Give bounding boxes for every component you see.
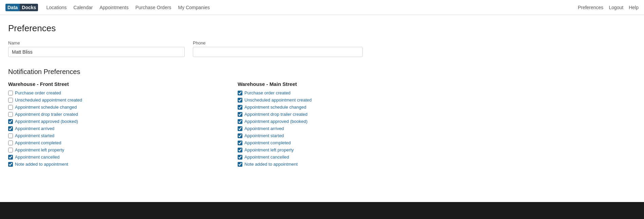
logo[interactable]: Data Docks (5, 4, 38, 11)
warehouse-col-1: Warehouse - Main StreetPurchase order cr… (238, 81, 467, 169)
checkbox-item-1-6: Appointment started (238, 133, 467, 138)
checkbox-0-4[interactable] (8, 119, 13, 124)
name-field-group: Name (8, 40, 185, 57)
checkbox-1-0[interactable] (238, 91, 242, 95)
nav-preferences[interactable]: Preferences (578, 5, 603, 10)
phone-input[interactable] (193, 47, 363, 57)
name-input[interactable] (8, 47, 185, 57)
checkbox-label-1-8: Appointment left property (244, 147, 294, 152)
checkbox-item-0-10: Note added to appointment (8, 162, 238, 167)
checkbox-1-1[interactable] (238, 98, 242, 103)
checkbox-label-0-8: Appointment left property (15, 147, 64, 152)
notification-preferences-title: Notification Preferences (8, 68, 467, 76)
checkbox-item-1-10: Note added to appointment (238, 162, 467, 167)
checkbox-1-4[interactable] (238, 119, 242, 124)
name-label: Name (8, 40, 185, 45)
checkbox-item-0-7: Appointment completed (8, 140, 238, 145)
nav-appointments[interactable]: Appointments (99, 5, 129, 10)
checkbox-item-1-1: Unscheduled appointment created (238, 97, 467, 103)
checkbox-item-1-2: Appointment schedule changed (238, 105, 467, 110)
nav-right-links: PreferencesLogoutHelp (578, 5, 639, 10)
logo-docks: Docks (20, 4, 38, 11)
checkbox-label-1-3: Appointment drop trailer created (244, 112, 308, 117)
checkbox-0-0[interactable] (8, 91, 13, 95)
checkbox-label-0-4: Appointment approved (booked) (15, 119, 78, 124)
checkbox-item-0-1: Unscheduled appointment created (8, 97, 238, 103)
checkbox-0-2[interactable] (8, 105, 13, 110)
checkbox-item-1-3: Appointment drop trailer created (238, 112, 467, 117)
navbar: Data Docks LocationsCalendarAppointments… (0, 0, 644, 15)
nav-help[interactable]: Help (629, 5, 639, 10)
checkbox-item-1-4: Appointment approved (booked) (238, 119, 467, 124)
warehouse-title-0: Warehouse - Front Street (8, 81, 238, 87)
warehouse-col-0: Warehouse - Front StreetPurchase order c… (8, 81, 238, 169)
checkbox-item-1-8: Appointment left property (238, 147, 467, 152)
user-form-row: Name Phone (8, 40, 467, 57)
checkbox-1-9[interactable] (238, 155, 242, 160)
checkbox-label-1-1: Unscheduled appointment created (244, 97, 312, 103)
checkbox-item-0-3: Appointment drop trailer created (8, 112, 238, 117)
checkbox-item-1-9: Appointment cancelled (238, 154, 467, 160)
checkbox-item-1-7: Appointment completed (238, 140, 467, 145)
warehouses-row: Warehouse - Front StreetPurchase order c… (8, 81, 467, 169)
checkbox-label-1-5: Appointment arrived (244, 126, 284, 131)
checkbox-item-0-4: Appointment approved (booked) (8, 119, 238, 124)
checkbox-item-0-2: Appointment schedule changed (8, 105, 238, 110)
checkbox-label-0-10: Note added to appointment (15, 162, 68, 167)
logo-data: Data (5, 4, 20, 11)
checkbox-item-1-0: Purchase order created (238, 90, 467, 95)
checkbox-1-5[interactable] (238, 126, 242, 131)
checkbox-1-8[interactable] (238, 148, 242, 152)
checkbox-1-10[interactable] (238, 162, 242, 167)
checkbox-0-6[interactable] (8, 133, 13, 138)
checkbox-label-0-1: Unscheduled appointment created (15, 97, 82, 103)
checkbox-1-6[interactable] (238, 133, 242, 138)
checkbox-1-3[interactable] (238, 112, 242, 117)
checkbox-label-1-9: Appointment cancelled (244, 154, 289, 160)
phone-field-group: Phone (193, 40, 363, 57)
nav-logout[interactable]: Logout (609, 5, 623, 10)
checkbox-0-7[interactable] (8, 141, 13, 145)
checkbox-label-0-2: Appointment schedule changed (15, 105, 77, 110)
checkbox-item-0-6: Appointment started (8, 133, 238, 138)
checkbox-0-10[interactable] (8, 162, 13, 167)
checkbox-label-0-6: Appointment started (15, 133, 54, 138)
checkbox-label-1-4: Appointment approved (booked) (244, 119, 308, 124)
checkbox-label-0-0: Purchase order created (15, 90, 61, 95)
nav-locations[interactable]: Locations (46, 5, 67, 10)
page-title: Preferences (8, 23, 467, 34)
checkbox-1-7[interactable] (238, 141, 242, 145)
checkbox-label-1-6: Appointment started (244, 133, 284, 138)
checkbox-0-3[interactable] (8, 112, 13, 117)
checkbox-0-8[interactable] (8, 148, 13, 152)
checkbox-item-0-5: Appointment arrived (8, 126, 238, 131)
checkbox-label-0-3: Appointment drop trailer created (15, 112, 78, 117)
checkbox-0-5[interactable] (8, 126, 13, 131)
checkbox-label-0-9: Appointment cancelled (15, 154, 60, 160)
checkbox-0-1[interactable] (8, 98, 13, 103)
checkbox-item-1-5: Appointment arrived (238, 126, 467, 131)
checkbox-label-0-7: Appointment completed (15, 140, 61, 145)
checkbox-item-0-9: Appointment cancelled (8, 154, 238, 160)
warehouse-title-1: Warehouse - Main Street (238, 81, 467, 87)
checkbox-item-0-8: Appointment left property (8, 147, 238, 152)
checkbox-label-1-10: Note added to appointment (244, 162, 298, 167)
checkbox-label-1-0: Purchase order created (244, 90, 291, 95)
checkbox-label-1-7: Appointment completed (244, 140, 291, 145)
nav-my-companies[interactable]: My Companies (178, 5, 210, 10)
phone-label: Phone (193, 40, 363, 45)
checkbox-item-0-0: Purchase order created (8, 90, 238, 95)
page-content: Preferences Name Phone Notification Pref… (0, 15, 475, 177)
checkbox-0-9[interactable] (8, 155, 13, 160)
checkbox-1-2[interactable] (238, 105, 242, 110)
nav-calendar[interactable]: Calendar (73, 5, 93, 10)
nav-links: LocationsCalendarAppointmentsPurchase Or… (46, 5, 578, 10)
nav-purchase-orders[interactable]: Purchase Orders (135, 5, 171, 10)
checkbox-label-0-5: Appointment arrived (15, 126, 54, 131)
checkbox-label-1-2: Appointment schedule changed (244, 105, 306, 110)
